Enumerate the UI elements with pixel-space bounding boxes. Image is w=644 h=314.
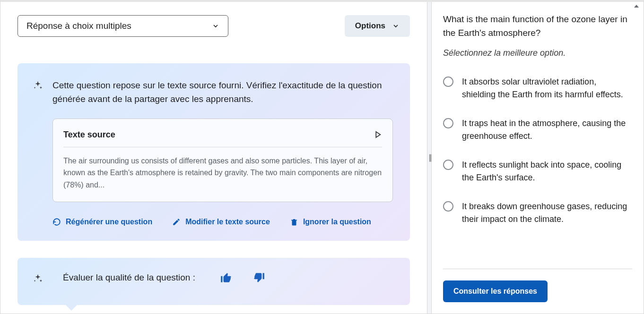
panel-divider[interactable]: ∥ <box>427 2 432 314</box>
option-text: It breaks down greenhouse gases, reducin… <box>462 200 632 226</box>
source-title: Texte source <box>63 128 115 141</box>
source-text-box: Texte source The air surrounding us cons… <box>52 119 393 202</box>
ignore-label: Ignorer la question <box>303 216 371 228</box>
question-type-dropdown[interactable]: Réponse à choix multiples <box>17 15 228 37</box>
option-text: It traps heat in the atmosphere, causing… <box>462 117 632 143</box>
rate-label: Évaluer la qualité de la question : <box>63 271 195 285</box>
instruction-text: Sélectionnez la meilleure option. <box>443 47 632 59</box>
option-text: It reflects sunlight back into space, co… <box>462 159 632 184</box>
refresh-icon <box>52 218 61 226</box>
option-3[interactable]: It breaks down greenhouse gases, reducin… <box>443 200 632 226</box>
regenerate-label: Régénérer une question <box>66 216 152 228</box>
svg-marker-0 <box>376 132 380 137</box>
option-1[interactable]: It traps heat in the atmosphere, causing… <box>443 117 632 143</box>
pencil-icon <box>172 218 181 226</box>
generated-question-card: Cette question repose sur le texte sourc… <box>17 63 410 241</box>
play-icon[interactable] <box>374 130 382 139</box>
drag-handle-icon: ∥ <box>428 155 430 160</box>
ignore-action[interactable]: Ignorer la question <box>290 216 371 228</box>
options-list: It absorbs solar ultraviolet radiation, … <box>443 76 632 226</box>
option-2[interactable]: It reflects sunlight back into space, co… <box>443 159 632 184</box>
trash-icon <box>290 218 298 226</box>
thumbs-up-icon[interactable] <box>220 272 232 284</box>
question-text: What is the main function of the ozone l… <box>443 12 632 40</box>
consult-answers-button[interactable]: Consulter les réponses <box>443 280 548 302</box>
modify-label: Modifier le texte source <box>185 216 270 228</box>
source-body: The air surrounding us consists of diffe… <box>63 155 382 191</box>
radio-icon <box>443 76 453 87</box>
question-type-label: Réponse à choix multiples <box>26 19 131 33</box>
preview-panel: What is the main function of the ozone l… <box>432 2 644 314</box>
option-0[interactable]: It absorbs solar ultraviolet radiation, … <box>443 76 632 101</box>
radio-icon <box>443 118 453 128</box>
consult-label: Consulter les réponses <box>453 287 537 295</box>
sparkle-icon <box>33 80 43 91</box>
rate-card: Évaluer la qualité de la question : <box>17 258 410 306</box>
chevron-down-icon <box>212 22 219 30</box>
caret-up-icon[interactable] <box>634 5 639 8</box>
radio-icon <box>443 201 453 212</box>
sparkle-icon <box>33 273 43 284</box>
editor-panel: Réponse à choix multiples Options Cette … <box>0 2 427 314</box>
info-message: Cette question repose sur le texte sourc… <box>52 78 393 106</box>
thumbs-down-icon[interactable] <box>253 272 265 284</box>
chevron-down-icon <box>392 22 400 30</box>
divider-line <box>443 269 632 269</box>
modify-action[interactable]: Modifier le texte source <box>172 216 270 228</box>
options-button[interactable]: Options <box>345 15 410 37</box>
radio-icon <box>443 160 453 170</box>
option-text: It absorbs solar ultraviolet radiation, … <box>462 76 632 101</box>
options-label: Options <box>355 21 385 31</box>
regenerate-action[interactable]: Régénérer une question <box>52 216 152 228</box>
